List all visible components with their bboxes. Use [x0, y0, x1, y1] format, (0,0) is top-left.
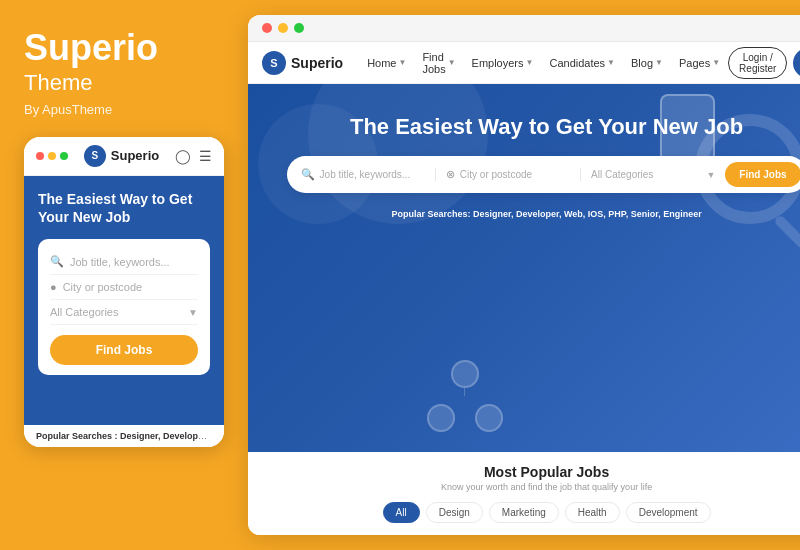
- location-pin-icon: ⊗: [446, 168, 455, 181]
- most-popular-jobs-title: Most Popular Jobs: [268, 464, 800, 480]
- keyword-placeholder: Job title, keywords...: [320, 169, 411, 180]
- desktop-hero-title: The Easiest Way to Get Your New Job: [268, 114, 800, 140]
- nav-link-blog[interactable]: Blog ▼: [623, 51, 671, 75]
- desktop-mockup: S Superio Home ▼ Find Jobs ▼ Employers ▼…: [248, 15, 800, 535]
- mobile-logo-text: Superio: [111, 148, 159, 163]
- tab-marketing[interactable]: Marketing: [489, 502, 559, 523]
- tab-development[interactable]: Development: [626, 502, 711, 523]
- mobile-top-bar: S Superio ◯ ☰: [24, 137, 224, 176]
- search-icon: 🔍: [301, 168, 315, 181]
- nav-link-candidates[interactable]: Candidates ▼: [541, 51, 623, 75]
- mobile-keyword-placeholder: Job title, keywords...: [70, 256, 170, 268]
- user-icon[interactable]: ◯: [175, 148, 191, 164]
- org-circle-left: [427, 404, 455, 432]
- desktop-keyword-field[interactable]: 🔍 Job title, keywords...: [301, 168, 436, 181]
- desktop-top-bar: [248, 15, 800, 42]
- desktop-search-bar: 🔍 Job title, keywords... ⊗ City or postc…: [287, 156, 800, 193]
- chevron-down-icon: ▼: [712, 58, 720, 67]
- mobile-location-row[interactable]: ● City or postcode: [50, 275, 198, 300]
- category-placeholder: All Categories: [591, 169, 653, 180]
- chevron-down-icon: ▼: [398, 58, 406, 67]
- desktop-popular-searches: Popular Searches: Designer, Developer, W…: [268, 203, 800, 221]
- popular-label: Popular Searches :: [36, 431, 118, 441]
- org-row: [427, 404, 503, 432]
- login-register-button[interactable]: Login / Register: [728, 47, 787, 79]
- search-icon: 🔍: [50, 255, 64, 268]
- category-chevron-icon: ▼: [706, 170, 715, 180]
- right-panel: S Superio Home ▼ Find Jobs ▼ Employers ▼…: [248, 0, 800, 550]
- desktop-logo-text: Superio: [291, 55, 343, 71]
- mobile-mockup: S Superio ◯ ☰ The Easiest Way to Get You…: [24, 137, 224, 447]
- mobile-logo: S Superio: [84, 145, 159, 167]
- nav-link-employers[interactable]: Employers ▼: [464, 51, 542, 75]
- mobile-keyword-row[interactable]: 🔍 Job title, keywords...: [50, 249, 198, 275]
- tab-all[interactable]: All: [383, 502, 420, 523]
- chevron-down-icon: ▼: [607, 58, 615, 67]
- mobile-nav-icons: ◯ ☰: [175, 148, 212, 164]
- org-line: [464, 388, 465, 396]
- mobile-find-jobs-button[interactable]: Find Jobs: [50, 335, 198, 365]
- mobile-logo-icon: S: [84, 145, 106, 167]
- mobile-search-box: 🔍 Job title, keywords... ● City or postc…: [38, 239, 210, 375]
- mobile-category-placeholder: All Categories: [50, 306, 118, 318]
- nav-link-home[interactable]: Home ▼: [359, 51, 414, 75]
- mobile-hero: The Easiest Way to Get Your New Job 🔍 Jo…: [24, 176, 224, 425]
- chevron-down-icon: ▼: [526, 58, 534, 67]
- nav-link-pages[interactable]: Pages ▼: [671, 51, 728, 75]
- mobile-window-dots: [36, 152, 68, 160]
- desktop-dot-red: [262, 23, 272, 33]
- desktop-find-jobs-button[interactable]: Find Jobs: [725, 162, 800, 187]
- tab-health[interactable]: Health: [565, 502, 620, 523]
- dot-green: [60, 152, 68, 160]
- nav-link-find-jobs[interactable]: Find Jobs ▼: [414, 51, 463, 75]
- dropdown-arrow-icon: ▼: [188, 307, 198, 318]
- desktop-dot-yellow: [278, 23, 288, 33]
- dot-yellow: [48, 152, 56, 160]
- org-circle-top: [451, 360, 479, 388]
- popular-tags: Designer, Developer, Web, IOS, PHP, Seni…: [473, 209, 702, 219]
- desktop-hero: The Easiest Way to Get Your New Job 🔍 Jo…: [248, 84, 800, 452]
- brand-title: Superio Theme By ApusTheme: [24, 28, 224, 117]
- filter-tabs: All Design Marketing Health Development: [268, 502, 800, 523]
- mobile-location-placeholder: City or postcode: [63, 281, 142, 293]
- desktop-nav-links: Home ▼ Find Jobs ▼ Employers ▼ Candidate…: [359, 51, 728, 75]
- location-icon: ●: [50, 281, 57, 293]
- tab-design[interactable]: Design: [426, 502, 483, 523]
- org-circle-right: [475, 404, 503, 432]
- menu-icon[interactable]: ☰: [199, 148, 212, 164]
- desktop-category-field[interactable]: All Categories ▼: [581, 169, 725, 180]
- location-placeholder: City or postcode: [460, 169, 532, 180]
- popular-label: Popular Searches:: [391, 209, 470, 219]
- chevron-down-icon: ▼: [448, 58, 456, 67]
- chevron-down-icon: ▼: [655, 58, 663, 67]
- hero-org-chart: [427, 360, 503, 432]
- desktop-dot-green: [294, 23, 304, 33]
- popular-searches-text: Popular Searches: Designer, Developer, W…: [391, 209, 701, 219]
- desktop-nav: S Superio Home ▼ Find Jobs ▼ Employers ▼…: [248, 42, 800, 84]
- desktop-logo-icon: S: [262, 51, 286, 75]
- desktop-bottom-section: Most Popular Jobs Know your worth and fi…: [248, 452, 800, 535]
- add-job-button[interactable]: Add Job: [793, 48, 800, 78]
- mobile-category-row[interactable]: All Categories ▼: [50, 300, 198, 325]
- left-panel: Superio Theme By ApusTheme S Superio ◯ ☰…: [0, 0, 248, 550]
- most-popular-jobs-subtitle: Know your worth and find the job that qu…: [268, 482, 800, 492]
- dot-red: [36, 152, 44, 160]
- desktop-location-field[interactable]: ⊗ City or postcode: [436, 168, 581, 181]
- desktop-nav-logo[interactable]: S Superio: [262, 51, 343, 75]
- mobile-popular-searches: Popular Searches : Designer, Developer, …: [24, 425, 224, 447]
- desktop-nav-buttons: Login / Register Add Job: [728, 47, 800, 79]
- mobile-hero-title: The Easiest Way to Get Your New Job: [38, 190, 210, 228]
- popular-tags: Designer, Developer, Web,: [120, 431, 224, 441]
